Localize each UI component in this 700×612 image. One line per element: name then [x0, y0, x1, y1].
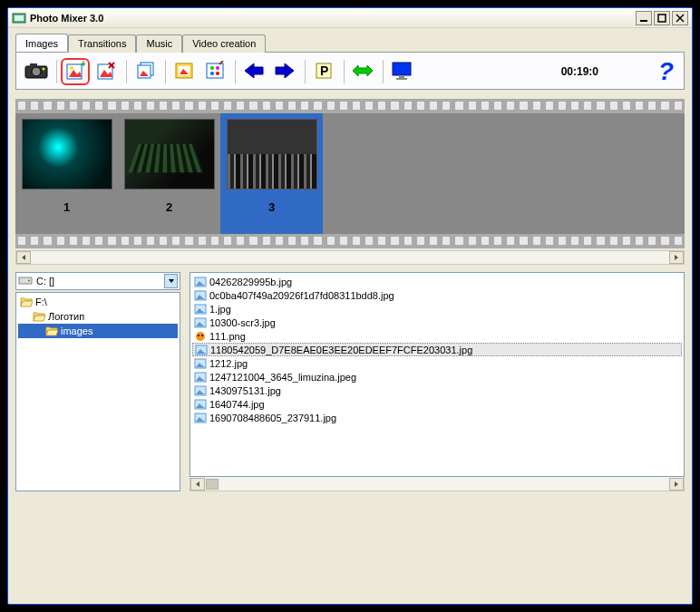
- next-button[interactable]: [270, 58, 299, 85]
- add-image-icon: +: [65, 61, 85, 83]
- file-item[interactable]: 1180542059_D7E8EAE0E3EE20EDEEF7FCFE20303…: [192, 343, 682, 356]
- frame-2[interactable]: 2: [118, 113, 220, 234]
- scroll-track[interactable]: [31, 251, 669, 264]
- file-item[interactable]: 1.jpg: [192, 302, 682, 316]
- file-icon: [194, 277, 207, 287]
- window-title: Photo Mixer 3.0: [30, 13, 634, 24]
- svg-point-27: [210, 72, 214, 75]
- filmstrip-scrollbar[interactable]: [15, 250, 685, 265]
- frame-thumbnail: [22, 119, 112, 189]
- file-icon: [194, 331, 207, 342]
- svg-rect-1: [15, 15, 24, 21]
- file-name: 1690708488605_237911.jpg: [209, 413, 336, 423]
- svg-rect-7: [30, 63, 37, 67]
- close-button[interactable]: [672, 11, 688, 25]
- tab-images[interactable]: Images: [15, 34, 68, 52]
- minimize-button[interactable]: [636, 11, 652, 25]
- tree-item[interactable]: Логотип: [18, 309, 178, 324]
- file-item[interactable]: 1430975131.jpg: [192, 384, 682, 397]
- add-image-button[interactable]: +: [61, 58, 90, 85]
- file-name: 111.png: [209, 331, 246, 342]
- file-item[interactable]: 111.png: [192, 329, 682, 343]
- preview-button[interactable]: [387, 58, 416, 85]
- tree-item[interactable]: images: [18, 324, 178, 338]
- prev-button[interactable]: [239, 58, 268, 85]
- filmstrip-empty[interactable]: [323, 113, 685, 234]
- scroll-left-button[interactable]: [190, 478, 205, 491]
- duration-display: 00:19:0: [561, 65, 598, 78]
- frame-1[interactable]: 1: [15, 113, 118, 234]
- file-item[interactable]: 1247121004_3645_limuzina.jpeg: [192, 370, 682, 384]
- frame-number: 1: [63, 200, 70, 214]
- frame-3[interactable]: 3: [220, 113, 323, 234]
- app-icon: [12, 11, 26, 25]
- drive-label: C: []: [36, 276, 54, 287]
- svg-marker-73: [196, 481, 199, 487]
- svg-point-28: [216, 72, 219, 75]
- file-item[interactable]: 0c0ba407f49a20926f1d7fd08311bdd8.jpg: [192, 288, 682, 302]
- scroll-left-button[interactable]: [16, 251, 31, 264]
- tree-item[interactable]: F:\: [18, 295, 178, 309]
- scroll-thumb[interactable]: [206, 479, 219, 490]
- transition-image-button[interactable]: [170, 58, 199, 85]
- svg-rect-36: [399, 75, 404, 78]
- svg-marker-39: [22, 255, 25, 260]
- batch-button[interactable]: [131, 58, 160, 85]
- help-button[interactable]: ?: [653, 59, 678, 84]
- file-item[interactable]: 10300-scr3.jpg: [192, 316, 682, 329]
- frame-number: 2: [166, 200, 172, 214]
- drive-selector[interactable]: C: []: [15, 272, 180, 290]
- scroll-right-button[interactable]: [669, 478, 684, 491]
- tree-item-label: F:\: [35, 296, 47, 307]
- arrow-right-icon: [274, 62, 296, 82]
- file-item[interactable]: 1690708488605_237911.jpg: [192, 411, 682, 424]
- svg-point-8: [32, 67, 41, 76]
- svg-marker-31: [276, 63, 294, 78]
- file-name: 10300-scr3.jpg: [209, 317, 276, 328]
- file-name: 1212.jpg: [209, 358, 248, 369]
- swap-button[interactable]: [348, 58, 377, 85]
- paint-icon: [205, 61, 225, 83]
- svg-point-42: [28, 280, 30, 282]
- tab-music[interactable]: Music: [136, 34, 182, 53]
- remove-image-button[interactable]: [92, 58, 121, 85]
- filmstrip-perforation-top: [15, 99, 685, 113]
- app-window: Photo Mixer 3.0 Images Transitions Music…: [7, 7, 693, 605]
- monitor-icon: [391, 61, 413, 83]
- svg-rect-37: [396, 78, 407, 80]
- file-item[interactable]: 1212.jpg: [192, 356, 682, 370]
- svg-marker-47: [34, 316, 45, 321]
- file-list[interactable]: 04262829995b.jpg0c0ba407f49a20926f1d7fd0…: [190, 272, 685, 477]
- svg-point-59: [198, 335, 199, 336]
- svg-marker-40: [675, 255, 678, 260]
- effects-button[interactable]: [200, 58, 229, 85]
- tab-video-creation[interactable]: Video creation: [182, 34, 266, 53]
- svg-text:?: ?: [658, 58, 674, 83]
- capture-button[interactable]: [22, 58, 51, 85]
- titlebar: Photo Mixer 3.0: [8, 8, 692, 28]
- file-item[interactable]: 1640744.jpg: [192, 397, 682, 411]
- file-browser: C: [] F:\Логотипimages 04262829995b.jpg0…: [15, 272, 685, 491]
- filmstrip-frames: 1 2 3: [15, 113, 685, 234]
- file-list-scrollbar[interactable]: [190, 477, 685, 491]
- properties-button[interactable]: P: [309, 58, 338, 85]
- file-icon: [194, 385, 207, 396]
- folder-tree[interactable]: F:\Логотипimages: [15, 292, 180, 491]
- file-name: 1.jpg: [209, 304, 231, 315]
- swap-icon: [351, 63, 374, 81]
- maximize-button[interactable]: [654, 11, 670, 25]
- file-panel: 04262829995b.jpg0c0ba407f49a20926f1d7fd0…: [190, 272, 685, 491]
- filmstrip-perforation-bottom: [15, 234, 685, 248]
- file-name: 0c0ba407f49a20926f1d7fd08311bdd8.jpg: [209, 290, 394, 301]
- scroll-right-button[interactable]: [669, 251, 684, 264]
- svg-point-60: [201, 335, 203, 336]
- svg-marker-30: [245, 63, 263, 78]
- svg-text:P: P: [320, 63, 328, 78]
- tree-item-label: Логотип: [48, 311, 84, 322]
- svg-marker-74: [675, 481, 678, 487]
- file-item[interactable]: 04262829995b.jpg: [192, 275, 682, 288]
- p-icon: P: [314, 61, 334, 83]
- tree-item-label: images: [61, 325, 92, 336]
- tab-transitions[interactable]: Transitions: [68, 34, 136, 53]
- drive-dropdown-button[interactable]: [164, 274, 178, 288]
